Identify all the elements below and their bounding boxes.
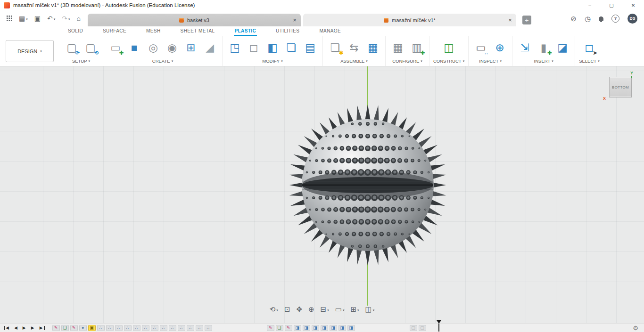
combine-icon[interactable]: ❏ [283,39,300,56]
offline-status-icon[interactable]: ⊘ [570,15,577,22]
timeline-feature-pattern[interactable]: ∴ [151,325,158,331]
close-button[interactable]: ✕ [622,0,644,10]
group-label-inspect[interactable]: INSPECT▾ [479,57,502,65]
go-to-end-button[interactable]: ▶ [40,326,45,330]
new-component-icon[interactable]: ❏✱ [327,39,344,56]
create-pipe-icon[interactable]: ◎ [145,39,162,56]
timeline-feature-pattern[interactable]: ∴ [115,325,123,331]
zoom-icon[interactable]: ⊕ [308,306,314,313]
timeline-feature-extrude[interactable]: ◨ [347,325,355,331]
home-button[interactable]: ⌂ [73,15,83,22]
massage-ball-model[interactable] [283,100,453,270]
timeline-feature-sphere[interactable]: ● [79,325,87,331]
construct-plane-icon[interactable]: ◫ [440,39,457,56]
timeline-feature-pattern[interactable]: ∴ [124,325,132,331]
timeline-feature-extrude[interactable]: ◨ [330,325,337,331]
timeline-feature-future[interactable]: ▢ [419,325,426,331]
create-ramp-icon[interactable]: ◢ [201,39,218,56]
save-button[interactable]: ▣ [31,15,44,22]
timeline-feature-pattern[interactable]: ∴ [160,325,167,331]
timeline-feature-sketch[interactable]: ✎ [52,325,60,331]
create-box-icon[interactable]: ■ [126,39,143,56]
group-label-insert[interactable]: INSERT▾ [534,57,553,65]
go-to-start-button[interactable]: ◀ [4,326,9,330]
maximize-button[interactable]: ▢ [601,0,622,10]
ribbon-tab-sheet-metal[interactable]: SHEET METAL [180,27,216,36]
step-forward-button[interactable]: ▶ [31,326,34,330]
document-tab-basket-v3[interactable]: basket v3 × [88,14,301,26]
timeline-feature-extrude[interactable]: ◨ [294,325,301,331]
timeline-feature-pattern[interactable]: ∴ [205,325,212,331]
view-cube[interactable]: BOTTOM [609,77,632,97]
timeline-feature-pattern[interactable]: ∴ [133,325,140,331]
ribbon-tab-mesh[interactable]: MESH [145,27,162,36]
open-design-icon[interactable]: ▢⟲ [82,39,99,56]
close-tab-icon[interactable]: × [293,16,297,24]
app-launcher-icon[interactable] [3,15,16,22]
document-tab-masazni-micek[interactable]: masažní míček v1* × [303,14,516,26]
press-pull-icon[interactable]: ◳ [226,39,243,56]
add-configuration-icon[interactable]: ▥✚ [408,39,425,56]
workspace-switcher[interactable]: DESIGN ▾ [6,40,54,62]
timeline-feature-sketch[interactable]: ✎ [267,325,274,331]
pan-icon[interactable]: ✥ [296,306,302,313]
timeline-feature-pattern[interactable]: ∴ [178,325,185,331]
insert-fastener-icon[interactable]: ▮✚ [535,39,552,56]
timeline-feature-component[interactable]: ❏ [276,325,283,331]
group-label-setup[interactable]: SETUP▾ [72,57,90,65]
group-label-create[interactable]: CREATE▾ [152,57,173,65]
ribbon-tab-utilities[interactable]: UTILITIES [275,27,300,36]
timeline-feature-pattern[interactable]: ∴ [97,325,105,331]
timeline-feature-extrude[interactable]: ◨ [312,325,319,331]
look-at-icon[interactable]: ⊡ [284,306,290,313]
user-avatar[interactable]: DS [627,14,637,24]
undo-button[interactable]: ↶▾ [44,15,58,22]
timeline-feature-extrude[interactable]: ◨ [321,325,328,331]
window-zoom-icon[interactable]: ⊟▾ [321,306,329,313]
viewports-icon[interactable]: ◫▾ [365,306,375,313]
timeline-feature-pattern[interactable]: ∴ [142,325,149,331]
create-coil-icon[interactable]: ◉ [164,39,181,56]
ribbon-tab-manage[interactable]: MANAGE [318,27,342,36]
ribbon-tab-surface[interactable]: SURFACE [102,27,127,36]
close-tab-icon[interactable]: × [508,16,512,24]
timeline-feature-future[interactable]: ▢ [410,325,417,331]
configuration-table-icon[interactable]: ▦ [389,39,406,56]
split-body-icon[interactable]: ▤ [302,39,319,56]
timeline-position-marker[interactable] [438,324,439,332]
group-label-construct[interactable]: CONSTRUCT▾ [433,57,464,65]
orbit-icon[interactable]: ⟲▾ [270,306,278,313]
create-pattern-icon[interactable]: ⊞ [182,39,199,56]
minimize-button[interactable]: – [579,0,601,10]
timeline-feature-pattern[interactable]: ∴ [187,325,194,331]
shell-icon[interactable]: ◧ [264,39,281,56]
play-button[interactable]: ▶ [23,326,26,330]
timeline-feature-pattern[interactable]: ∴ [169,325,176,331]
file-menu-button[interactable]: ▤▾ [16,15,31,22]
timeline-settings-gear-icon[interactable]: ⚙ [633,325,640,331]
group-label-assemble[interactable]: ASSEMBLE▾ [340,57,368,65]
timeline-feature-component[interactable]: ❏ [61,325,69,331]
bom-table-icon[interactable]: ▦ [364,39,381,56]
group-label-modify[interactable]: MODIFY▾ [262,57,282,65]
insert-canvas-icon[interactable]: ◪ [554,39,571,56]
new-document-tab-button[interactable]: + [522,16,531,24]
insert-derive-icon[interactable]: ⇲ [516,39,533,56]
timeline-feature-pattern[interactable]: ∴ [106,325,114,331]
joint-icon[interactable]: ⇆ [346,39,363,56]
timeline-feature-sketch[interactable]: ✎ [70,325,78,331]
measure-icon[interactable]: ▭↔ [472,39,489,56]
fillet-icon[interactable]: ◻ [245,39,262,56]
notifications-icon[interactable] [599,16,603,21]
timeline-feature-sketch[interactable]: ✎ [285,325,292,331]
job-status-icon[interactable]: ◷ [585,15,591,22]
new-design-icon[interactable]: ▢⟳ [63,39,80,56]
ribbon-tab-plastic[interactable]: PLASTIC [234,27,257,36]
display-settings-icon[interactable]: ▭▾ [335,306,345,313]
timeline-feature-pattern[interactable]: ∴ [196,325,203,331]
group-label-configure[interactable]: CONFIGURE▾ [392,57,422,65]
timeline-feature-extrude[interactable]: ◨ [339,325,346,331]
redo-button[interactable]: ↷▾ [58,15,73,22]
select-window-icon[interactable]: ◻➤ [581,39,598,56]
group-label-select[interactable]: SELECT▾ [579,57,599,65]
